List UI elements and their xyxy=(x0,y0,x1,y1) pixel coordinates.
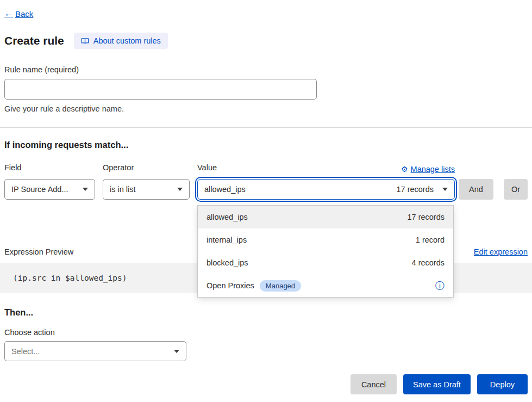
value-select[interactable]: allowed_ips 17 records xyxy=(197,179,455,200)
match-section-heading: If incoming requests match... xyxy=(4,140,528,150)
list-dropdown-menu: allowed_ips 17 records internal_ips 1 re… xyxy=(197,205,454,298)
chevron-down-icon xyxy=(442,188,448,191)
value-label-row: Value ⚙ Manage lists xyxy=(197,163,455,175)
list-option-blocked-ips[interactable]: blocked_ips 4 records xyxy=(198,251,453,274)
list-option-allowed-ips[interactable]: allowed_ips 17 records xyxy=(198,206,453,228)
and-button[interactable]: And xyxy=(459,179,493,200)
value-select-records: 17 records xyxy=(396,185,434,194)
or-button[interactable]: Or xyxy=(504,179,528,200)
then-section-heading: Then... xyxy=(4,307,528,318)
field-select[interactable]: IP Source Add... xyxy=(4,179,95,200)
back-link-label: Back xyxy=(15,9,33,18)
book-icon xyxy=(81,37,89,45)
rule-name-help-text: Give your rule a descriptive name. xyxy=(4,104,528,113)
operator-select-value: is in list xyxy=(110,185,172,194)
manage-lists-link[interactable]: ⚙ Manage lists xyxy=(401,165,455,174)
back-arrow-icon: ← xyxy=(4,9,13,18)
gear-icon: ⚙ xyxy=(401,165,408,174)
operator-label: Operator xyxy=(103,163,190,175)
choose-action-label: Choose action xyxy=(4,328,528,337)
page-title: Create rule xyxy=(4,34,64,47)
cancel-button[interactable]: Cancel xyxy=(351,374,397,394)
manage-lists-label: Manage lists xyxy=(411,165,455,174)
list-option-records: 4 records xyxy=(412,258,445,267)
field-column: Field IP Source Add... xyxy=(4,163,95,200)
value-select-value: allowed_ips xyxy=(204,185,396,194)
condition-row: Field IP Source Add... Operator is in li… xyxy=(4,163,528,200)
back-link[interactable]: ← Back xyxy=(4,9,33,18)
field-select-value: IP Source Add... xyxy=(11,185,77,194)
list-option-open-proxies[interactable]: Open Proxies Managed ⓘ xyxy=(198,274,453,297)
list-option-label: allowed_ips xyxy=(206,213,248,221)
rule-name-label: Rule name (required) xyxy=(4,65,528,74)
edit-expression-link[interactable]: Edit expression xyxy=(474,248,528,256)
list-option-label: Open Proxies xyxy=(206,281,254,290)
operator-column: Operator is in list xyxy=(103,163,190,200)
expression-preview-label: Expression Preview xyxy=(4,248,73,256)
title-row: Create rule About custom rules xyxy=(4,33,528,49)
value-column: Value ⚙ Manage lists allowed_ips 17 reco… xyxy=(197,163,455,200)
about-custom-rules-link[interactable]: About custom rules xyxy=(74,33,168,49)
list-option-records: 17 records xyxy=(407,213,445,221)
create-rule-page: ← Back Create rule About custom rules Ru… xyxy=(0,0,532,394)
about-custom-rules-label: About custom rules xyxy=(93,36,161,45)
chevron-down-icon xyxy=(174,350,179,353)
footer-actions: Cancel Save as Draft Deploy xyxy=(4,374,528,394)
save-as-draft-button[interactable]: Save as Draft xyxy=(403,374,471,394)
list-option-label: internal_ips xyxy=(206,236,247,244)
managed-badge: Managed xyxy=(260,280,301,292)
rule-name-input[interactable] xyxy=(4,79,317,100)
chevron-down-icon xyxy=(83,188,88,191)
action-select[interactable]: Select... xyxy=(4,341,186,361)
list-option-internal-ips[interactable]: internal_ips 1 record xyxy=(198,228,453,251)
list-option-left: Open Proxies Managed xyxy=(206,280,301,292)
list-option-label: blocked_ips xyxy=(206,258,248,267)
deploy-button[interactable]: Deploy xyxy=(477,374,528,394)
list-option-records: 1 record xyxy=(416,236,445,244)
action-select-placeholder: Select... xyxy=(11,347,168,356)
info-icon[interactable]: ⓘ xyxy=(435,281,445,290)
section-divider xyxy=(0,127,532,128)
value-label: Value xyxy=(197,163,217,175)
operator-select[interactable]: is in list xyxy=(103,179,190,200)
chevron-down-icon xyxy=(177,188,183,191)
field-label: Field xyxy=(4,163,95,175)
